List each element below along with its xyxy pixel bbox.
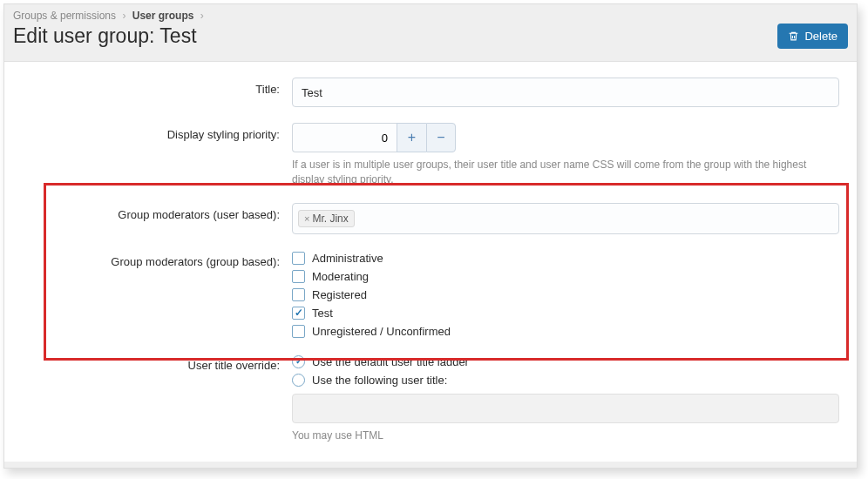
checkbox-label: Administrative — [312, 252, 383, 265]
chevron-right-icon: › — [200, 10, 204, 22]
radio-label: Use the default user title ladder — [312, 355, 469, 368]
checkbox-moderating[interactable]: Moderating — [292, 270, 839, 283]
title-input[interactable] — [292, 78, 839, 107]
page-title: Edit user group: Test — [13, 24, 197, 48]
priority-input[interactable] — [292, 123, 397, 152]
checkbox-registered[interactable]: Registered — [292, 288, 839, 301]
checkbox-label: Moderating — [312, 270, 369, 283]
radio-default-ladder[interactable]: Use the default user title ladder — [292, 355, 839, 368]
checkbox-unregistered[interactable]: Unregistered / Unconfirmed — [292, 325, 839, 338]
row-user-title: User title override: Use the default use… — [13, 354, 848, 443]
mods-group-label: Group moderators (group based): — [13, 250, 292, 338]
row-mods-group: Group moderators (group based): Administ… — [13, 250, 848, 338]
form: Title: Display styling priority: + − If … — [4, 61, 857, 462]
title-label: Title: — [13, 78, 292, 107]
trash-icon — [788, 30, 799, 42]
increment-button[interactable]: + — [397, 123, 426, 152]
breadcrumb-item[interactable]: Groups & permissions — [13, 10, 116, 22]
radio-custom-title[interactable]: Use the following user title: — [292, 374, 839, 387]
checkbox-label: Unregistered / Unconfirmed — [312, 325, 451, 338]
row-mods-user: Group moderators (user based): × Mr. Jin… — [13, 203, 848, 234]
user-token-label: Mr. Jinx — [312, 213, 348, 225]
row-priority: Display styling priority: + − If a user … — [13, 123, 848, 187]
checkbox-test[interactable]: Test — [292, 307, 839, 320]
user-title-radio-group: Use the default user title ladder Use th… — [292, 354, 839, 387]
edit-user-group-panel: Groups & permissions › User groups › Edi… — [3, 3, 858, 469]
mods-user-input[interactable]: × Mr. Jinx — [292, 203, 839, 234]
priority-stepper: + − — [292, 123, 839, 152]
decrement-button[interactable]: − — [426, 123, 456, 152]
checkbox-icon — [292, 307, 305, 320]
user-token: × Mr. Jinx — [298, 210, 355, 227]
breadcrumb: Groups & permissions › User groups › — [4, 4, 857, 22]
page-header: Edit user group: Test Delete — [4, 22, 857, 61]
user-title-hint: You may use HTML — [292, 428, 839, 443]
priority-label: Display styling priority: — [13, 123, 292, 187]
checkbox-label: Test — [312, 307, 333, 320]
radio-icon — [292, 374, 305, 387]
delete-button[interactable]: Delete — [777, 24, 848, 49]
checkbox-label: Registered — [312, 288, 367, 301]
close-icon[interactable]: × — [304, 213, 309, 224]
radio-icon — [292, 355, 305, 368]
user-title-label: User title override: — [13, 354, 292, 443]
checkbox-icon — [292, 252, 305, 265]
breadcrumb-item[interactable]: User groups — [132, 10, 194, 22]
priority-hint: If a user is in multiple user groups, th… — [292, 158, 839, 187]
row-title: Title: — [13, 78, 848, 107]
mods-group-list: Administrative Moderating Registered Tes… — [292, 250, 839, 338]
checkbox-icon — [292, 325, 305, 338]
mods-user-label: Group moderators (user based): — [13, 203, 292, 234]
radio-label: Use the following user title: — [312, 374, 447, 387]
custom-title-input — [292, 394, 839, 423]
chevron-right-icon: › — [122, 10, 125, 22]
delete-button-label: Delete — [804, 30, 837, 43]
checkbox-icon — [292, 288, 305, 301]
checkbox-icon — [292, 270, 305, 283]
checkbox-administrative[interactable]: Administrative — [292, 252, 839, 265]
